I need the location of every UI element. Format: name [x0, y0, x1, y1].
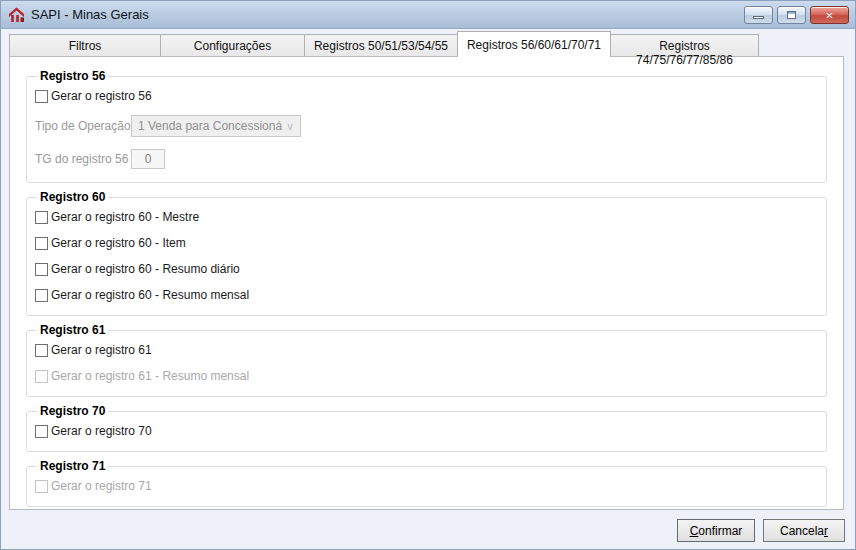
- tab-bar: FiltrosConfiguraçõesRegistros 50/51/53/5…: [9, 29, 855, 56]
- maximize-icon: [787, 11, 796, 19]
- select-value: 1 Venda para Concessionária: [138, 119, 282, 133]
- group-title: Registro 60: [37, 190, 108, 204]
- group-registro-60: Registro 60Gerar o registro 60 - MestreG…: [26, 190, 827, 316]
- checkbox-label: Gerar o registro 70: [51, 424, 152, 438]
- close-icon: ✕: [825, 10, 833, 21]
- app-logo-icon: [8, 6, 25, 23]
- field-label: TG do registro 56: [35, 152, 131, 166]
- group-registro-61: Registro 61Gerar o registro 61Gerar o re…: [26, 323, 827, 397]
- checkbox-row-gerar-o-registro-60-resumo-mensal: Gerar o registro 60 - Resumo mensal: [35, 288, 818, 302]
- checkbox-gerar-o-registro-60-resumo-diario[interactable]: [35, 263, 48, 276]
- group-registro-70: Registro 70Gerar o registro 70: [26, 404, 827, 452]
- footer: ConfirmarCancelar: [677, 519, 845, 542]
- checkbox-gerar-o-registro-60-item[interactable]: [35, 237, 48, 250]
- checkbox-label: Gerar o registro 61 - Resumo mensal: [51, 369, 249, 383]
- checkbox-label: Gerar o registro 61: [51, 343, 152, 357]
- checkbox-label: Gerar o registro 60 - Mestre: [51, 210, 199, 224]
- checkbox-gerar-o-registro-61-resumo-mensal: [35, 370, 48, 383]
- field-label: Tipo de Operação: [35, 119, 131, 133]
- confirm-button[interactable]: Confirmar: [677, 519, 755, 542]
- checkbox-row-gerar-o-registro-56: Gerar o registro 56: [35, 89, 818, 103]
- group-title: Registro 61: [37, 323, 108, 337]
- tab-label: Registros 56/60/61/70/71: [467, 38, 601, 52]
- group-title: Registro 71: [37, 459, 108, 473]
- checkbox-gerar-o-registro-71: [35, 480, 48, 493]
- tipo-de-operacao-select: 1 Venda para Concessionária∨: [131, 115, 301, 137]
- checkbox-gerar-o-registro-60-mestre[interactable]: [35, 211, 48, 224]
- field-row-tipo-de-operacao: Tipo de Operação1 Venda para Concessioná…: [35, 115, 818, 137]
- checkbox-row-gerar-o-registro-70: Gerar o registro 70: [35, 424, 818, 438]
- titlebar: SAPI - Minas Gerais ✕: [1, 1, 855, 29]
- checkbox-gerar-o-registro-60-resumo-mensal[interactable]: [35, 289, 48, 302]
- group-registro-71: Registro 71Gerar o registro 71: [26, 459, 827, 507]
- close-button[interactable]: ✕: [810, 6, 849, 24]
- maximize-button[interactable]: [777, 6, 806, 24]
- checkbox-label: Gerar o registro 60 - Resumo mensal: [51, 288, 249, 302]
- tab-page-registros-56-60-61-70-71: Registro 56Gerar o registro 56Tipo de Op…: [9, 56, 844, 510]
- checkbox-gerar-o-registro-70[interactable]: [35, 425, 48, 438]
- window-title: SAPI - Minas Gerais: [31, 7, 149, 22]
- minimize-icon: [753, 16, 764, 19]
- group-title: Registro 70: [37, 404, 108, 418]
- tab-label: Filtros: [69, 39, 102, 53]
- confirm-button-label: Confirmar: [690, 524, 743, 538]
- tg-do-registro-56-input: 0: [131, 149, 165, 169]
- checkbox-row-gerar-o-registro-60-resumo-diario: Gerar o registro 60 - Resumo diário: [35, 262, 818, 276]
- tab-label: Registros 50/51/53/54/55: [314, 39, 448, 53]
- checkbox-row-gerar-o-registro-61-resumo-mensal: Gerar o registro 61 - Resumo mensal: [35, 369, 818, 383]
- checkbox-label: Gerar o registro 60 - Item: [51, 236, 186, 250]
- group-title: Registro 56: [37, 69, 108, 83]
- checkbox-label: Gerar o registro 71: [51, 479, 152, 493]
- checkbox-row-gerar-o-registro-61: Gerar o registro 61: [35, 343, 818, 357]
- chevron-down-icon: ∨: [286, 120, 294, 133]
- window: { "window": { "title": "SAPI - Minas Ger…: [0, 0, 856, 550]
- tab-registros-56-60-61-70-71[interactable]: Registros 56/60/61/70/71: [457, 31, 611, 57]
- tab-registros-50-51-53-54-55[interactable]: Registros 50/51/53/54/55: [304, 34, 458, 56]
- checkbox-row-gerar-o-registro-71: Gerar o registro 71: [35, 479, 818, 493]
- cancel-button-label: Cancelar: [780, 524, 828, 538]
- tab-registros-74-75-76-77-85-86[interactable]: Registros 74/75/76/77/85/86: [610, 34, 759, 56]
- checkbox-row-gerar-o-registro-60-item: Gerar o registro 60 - Item: [35, 236, 818, 250]
- minimize-button[interactable]: [744, 6, 773, 24]
- checkbox-label: Gerar o registro 56: [51, 89, 152, 103]
- checkbox-gerar-o-registro-61[interactable]: [35, 344, 48, 357]
- checkbox-row-gerar-o-registro-60-mestre: Gerar o registro 60 - Mestre: [35, 210, 818, 224]
- cancel-button[interactable]: Cancelar: [763, 519, 845, 542]
- tab-label: Configurações: [194, 39, 271, 53]
- field-row-tg-do-registro-56: TG do registro 560: [35, 149, 818, 169]
- checkbox-gerar-o-registro-56[interactable]: [35, 90, 48, 103]
- tab-configuracoes[interactable]: Configurações: [160, 34, 305, 56]
- tab-label: Registros 74/75/76/77/85/86: [636, 39, 733, 67]
- tab-filtros[interactable]: Filtros: [9, 34, 161, 56]
- window-controls: ✕: [744, 6, 849, 24]
- group-registro-56: Registro 56Gerar o registro 56Tipo de Op…: [26, 69, 827, 183]
- checkbox-label: Gerar o registro 60 - Resumo diário: [51, 262, 240, 276]
